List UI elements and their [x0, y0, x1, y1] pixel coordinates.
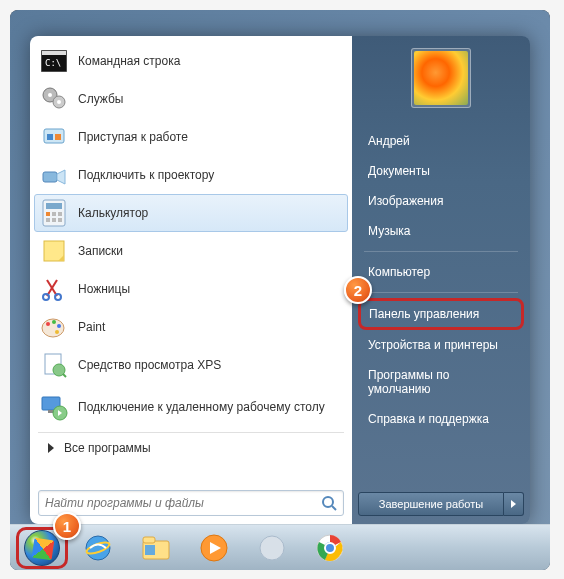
svg-point-25 [55, 294, 61, 300]
shutdown-button[interactable]: Завершение работы [358, 492, 504, 516]
program-label: Ножницы [78, 282, 130, 296]
right-item-pictures[interactable]: Изображения [358, 186, 524, 216]
right-item-documents[interactable]: Документы [358, 156, 524, 186]
all-programs-label: Все программы [64, 441, 151, 455]
snipping-tool-icon [40, 275, 68, 303]
right-item-music[interactable]: Музыка [358, 216, 524, 246]
avatar-image [414, 51, 468, 105]
search-input[interactable] [45, 496, 321, 510]
svg-rect-1 [42, 51, 66, 55]
start-button[interactable] [24, 530, 60, 566]
program-paint[interactable]: Paint [34, 308, 348, 346]
program-snipping-tool[interactable]: Ножницы [34, 270, 348, 308]
program-getting-started[interactable]: Приступая к работе [34, 118, 348, 156]
svg-point-27 [46, 322, 50, 326]
svg-point-38 [323, 497, 333, 507]
start-menu-right-pane: Андрей Документы Изображения Музыка Комп… [352, 36, 530, 524]
taskbar-chrome[interactable] [302, 529, 358, 567]
svg-point-5 [48, 93, 52, 97]
svg-rect-17 [46, 218, 50, 222]
svg-rect-15 [52, 212, 56, 216]
svg-rect-18 [52, 218, 56, 222]
right-item-control-panel[interactable]: Панель управления [358, 298, 524, 330]
program-sticky-notes[interactable]: Записки [34, 232, 348, 270]
getting-started-icon [40, 123, 68, 151]
taskbar-media-player[interactable] [186, 529, 242, 567]
sticky-notes-icon [40, 237, 68, 265]
right-item-default-programs[interactable]: Программы по умолчанию [358, 360, 524, 404]
program-remote-desktop[interactable]: Подключение к удаленному рабочему столу [34, 384, 348, 430]
svg-line-33 [63, 374, 66, 377]
taskbar-unknown[interactable] [244, 529, 300, 567]
services-icon [40, 85, 68, 113]
annotation-step-1: 1 [53, 512, 81, 540]
command-prompt-icon: C:\ [40, 47, 68, 75]
annotation-step-2: 2 [344, 276, 372, 304]
program-xps-viewer[interactable]: Средство просмотра XPS [34, 346, 348, 384]
user-avatar[interactable] [411, 48, 471, 108]
svg-rect-14 [46, 212, 50, 216]
svg-rect-8 [47, 134, 53, 140]
calculator-icon [40, 199, 68, 227]
taskbar-ie[interactable] [70, 529, 126, 567]
svg-point-30 [55, 330, 59, 334]
search-icon [321, 495, 337, 511]
program-label: Приступая к работе [78, 130, 188, 144]
search-box[interactable] [38, 490, 344, 516]
program-label: Калькулятор [78, 206, 148, 220]
svg-rect-19 [58, 218, 62, 222]
program-projector[interactable]: Подключить к проектору [34, 156, 348, 194]
paint-icon [40, 313, 68, 341]
program-label: Paint [78, 320, 105, 334]
svg-point-6 [57, 100, 61, 104]
separator [364, 292, 518, 293]
svg-rect-44 [145, 545, 155, 555]
xps-viewer-icon [40, 351, 68, 379]
svg-text:C:\: C:\ [45, 58, 61, 68]
right-item-computer[interactable]: Компьютер [358, 257, 524, 287]
remote-desktop-icon [40, 393, 68, 421]
arrow-right-icon [48, 443, 54, 453]
taskbar [10, 524, 550, 570]
shutdown-options-button[interactable] [504, 492, 524, 516]
program-label: Подключение к удаленному рабочему столу [78, 400, 325, 414]
right-item-help-support[interactable]: Справка и поддержка [358, 404, 524, 434]
svg-marker-11 [57, 170, 65, 184]
svg-point-29 [57, 324, 61, 328]
svg-point-28 [52, 320, 56, 324]
right-item-devices-printers[interactable]: Устройства и принтеры [358, 330, 524, 360]
svg-point-47 [260, 536, 284, 560]
start-menu-left-pane: C:\ Командная строка Службы Приступая к … [30, 36, 352, 524]
svg-rect-10 [43, 172, 57, 182]
program-command-prompt[interactable]: C:\ Командная строка [34, 42, 348, 80]
projector-icon [40, 161, 68, 189]
program-label: Командная строка [78, 54, 180, 68]
right-item-user[interactable]: Андрей [358, 126, 524, 156]
program-services[interactable]: Службы [34, 80, 348, 118]
svg-rect-16 [58, 212, 62, 216]
program-label: Службы [78, 92, 123, 106]
svg-point-24 [43, 294, 49, 300]
svg-rect-43 [143, 537, 155, 543]
separator [364, 251, 518, 252]
separator [38, 432, 344, 433]
program-label: Записки [78, 244, 123, 258]
start-menu: C:\ Командная строка Службы Приступая к … [30, 36, 530, 524]
svg-rect-9 [55, 134, 61, 140]
program-label: Подключить к проектору [78, 168, 214, 182]
svg-point-50 [325, 543, 335, 553]
program-label: Средство просмотра XPS [78, 358, 221, 372]
svg-line-39 [332, 506, 336, 510]
taskbar-explorer[interactable] [128, 529, 184, 567]
all-programs[interactable]: Все программы [34, 435, 348, 461]
svg-rect-13 [46, 203, 62, 209]
program-calculator[interactable]: Калькулятор [34, 194, 348, 232]
